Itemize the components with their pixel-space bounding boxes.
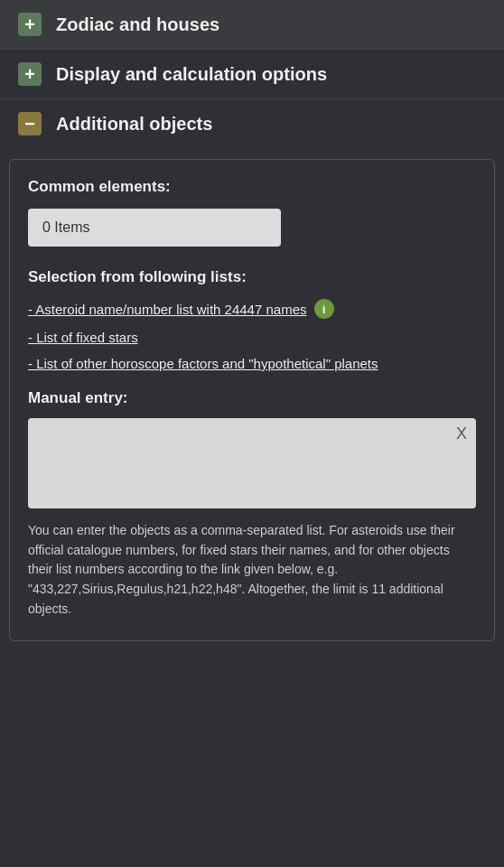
additional-objects-panel: Common elements: Selection from followin…: [9, 159, 495, 641]
manual-clear-button[interactable]: X: [456, 425, 467, 442]
toggle-icon-zodiac: +: [18, 13, 42, 36]
section-header-display[interactable]: + Display and calculation options: [0, 50, 504, 98]
section-title-zodiac: Zodiac and houses: [56, 14, 219, 35]
fixed-stars-link[interactable]: - List of fixed stars: [28, 330, 476, 345]
toggle-icon-additional: −: [18, 112, 42, 135]
manual-entry-label: Manual entry:: [28, 389, 476, 407]
section-header-zodiac[interactable]: + Zodiac and houses: [0, 0, 504, 49]
horoscope-factors-link[interactable]: - List of other horoscope factors and "h…: [28, 356, 476, 371]
selection-from-lists-label: Selection from following lists:: [28, 268, 476, 286]
asteroid-link-row: - Asteroid name/number list with 24447 n…: [28, 299, 476, 319]
manual-entry-box[interactable]: X: [28, 418, 476, 508]
items-input[interactable]: [28, 209, 281, 247]
toggle-icon-display: +: [18, 62, 42, 86]
asteroid-info-icon[interactable]: i: [314, 299, 334, 319]
common-elements-label: Common elements:: [28, 178, 476, 196]
help-text: You can enter the objects as a comma-sep…: [28, 521, 476, 619]
asteroid-list-link[interactable]: - Asteroid name/number list with 24447 n…: [28, 302, 307, 317]
section-header-additional[interactable]: − Additional objects: [0, 99, 504, 148]
section-title-display: Display and calculation options: [56, 64, 327, 85]
section-title-additional: Additional objects: [56, 114, 212, 135]
